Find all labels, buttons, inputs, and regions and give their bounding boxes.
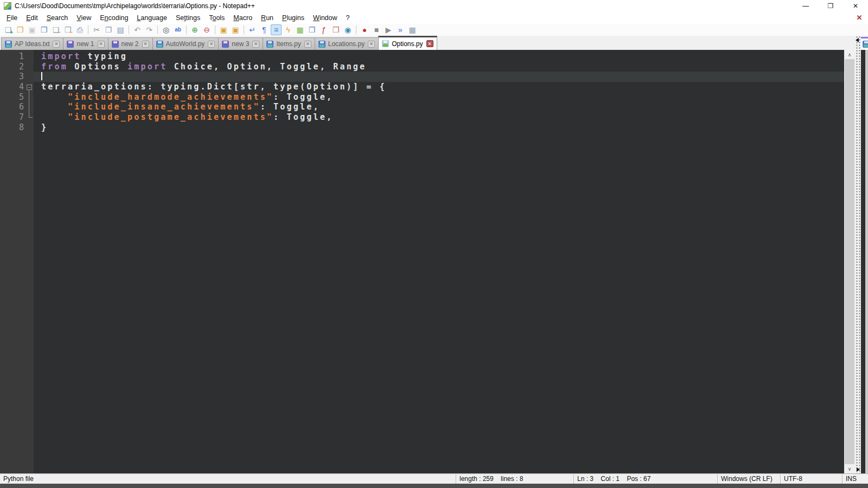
code-editor[interactable]: 1import typing2from Options import Choic… — [0, 50, 844, 473]
close-all-button[interactable]: ❒− — [62, 24, 73, 35]
code-line[interactable]: 5 "include_hardmode_achievements": Toggl… — [0, 92, 844, 102]
menu-item-search[interactable]: Search — [42, 12, 73, 23]
splitter-collapse-right-icon[interactable] — [857, 467, 860, 472]
print-icon: ⎙ — [76, 26, 82, 34]
monitoring-icon: ◉ — [344, 26, 351, 34]
scroll-down-icon[interactable]: ∨ — [844, 464, 855, 473]
code-line-text[interactable]: import typing — [34, 52, 844, 62]
code-line[interactable]: 2from Options import Choice, Option, Tog… — [0, 62, 844, 72]
menu-item-window[interactable]: Window — [309, 12, 341, 23]
save-button[interactable]: ▣ — [27, 24, 37, 35]
zoom-out-button[interactable]: ⊖ — [201, 24, 212, 35]
zoom-in-button[interactable]: ⊕ — [189, 24, 200, 35]
tab-close-icon[interactable]: ✕ — [142, 41, 149, 48]
function-list-button[interactable]: ƒ — [318, 24, 329, 35]
tab-close-icon[interactable]: ✕ — [208, 41, 215, 48]
macro-save-button[interactable]: ▦ — [407, 24, 418, 35]
copy-button[interactable]: ❐ — [103, 24, 114, 35]
code-line[interactable]: 8} — [0, 123, 844, 133]
view-splitter[interactable] — [855, 36, 861, 473]
restore-button[interactable]: ❐ — [818, 0, 843, 12]
tab-new-1[interactable]: new 1✕ — [63, 37, 108, 50]
macro-record-button[interactable]: ● — [359, 24, 370, 35]
menu-item-file[interactable]: File — [2, 12, 22, 23]
new-file-button[interactable]: ❏+ — [3, 24, 14, 35]
menu-item-encoding[interactable]: Encoding — [95, 12, 132, 23]
secondary-view-scrollbar-fragment[interactable] — [865, 50, 868, 473]
secondary-view-tab-fragment[interactable] — [861, 37, 868, 50]
scrollbar-thumb[interactable] — [845, 59, 854, 464]
menu-item-[interactable]: ? — [342, 12, 354, 23]
menu-item-macro[interactable]: Macro — [229, 12, 257, 23]
secondary-view-editor-fragment[interactable] — [861, 50, 865, 473]
tab-new-2[interactable]: new 2✕ — [108, 37, 153, 50]
code-line[interactable]: 1import typing — [0, 52, 844, 62]
tab-close-icon[interactable]: ✕ — [98, 41, 105, 48]
floppy-icon — [67, 41, 74, 48]
code-line-text[interactable]: terraria_options: typing.Dict[str, type(… — [34, 82, 844, 92]
find-button[interactable]: ◎ — [161, 24, 171, 35]
tab-close-icon[interactable]: ✕ — [252, 41, 259, 48]
code-line-text[interactable]: from Options import Choice, Option, Togg… — [34, 62, 844, 72]
macro-stop-button[interactable]: ■ — [371, 24, 382, 35]
splitter-collapse-left-icon[interactable] — [856, 38, 859, 42]
menu-item-view[interactable]: View — [72, 12, 95, 23]
monitoring-button[interactable]: ◉ — [342, 24, 353, 35]
close-button[interactable]: ✕ — [843, 0, 868, 12]
tab-options-py[interactable]: Options.py✕ — [378, 36, 437, 50]
tab-locations-py[interactable]: Locations.py✕ — [315, 37, 379, 50]
show-all-characters-button[interactable]: ¶ — [259, 24, 270, 35]
code-line[interactable]: 7 "include_postgame_achievements": Toggl… — [0, 112, 844, 123]
style-configurator-button[interactable]: ϟ — [283, 24, 293, 35]
indent-guide-button[interactable]: ≡ — [271, 24, 282, 35]
print-button[interactable]: ⎙ — [74, 24, 85, 35]
menu-item-settings[interactable]: Settings — [171, 12, 205, 23]
code-line-text[interactable]: "include_insane_achievements": Toggle, — [34, 102, 844, 112]
minimize-button[interactable]: — — [793, 0, 818, 12]
folder-as-workspace-button[interactable]: ❒ — [330, 24, 341, 35]
vertical-scrollbar[interactable]: ∧ ∨ — [844, 50, 855, 473]
code-line[interactable]: 4terraria_options: typing.Dict[str, type… — [0, 82, 844, 92]
line-number: 2 — [0, 62, 34, 72]
close-button[interactable]: ❏− — [50, 24, 61, 35]
tab-close-icon[interactable]: ✕ — [368, 41, 375, 48]
code-line[interactable]: 6 "include_insane_achievements": Toggle, — [0, 102, 844, 112]
tab-close-icon[interactable]: ✕ — [304, 41, 311, 48]
undo-button[interactable]: ↶ — [132, 24, 143, 35]
sync-vertical-scroll-button[interactable]: ▣ — [218, 24, 229, 35]
code-line-text[interactable]: "include_postgame_achievements": Toggle, — [34, 112, 844, 123]
menu-item-tools[interactable]: Tools — [205, 12, 229, 23]
save-all-button[interactable]: ❒ — [39, 24, 49, 35]
redo-button[interactable]: ↷ — [144, 24, 155, 35]
scroll-up-icon[interactable]: ∧ — [844, 50, 855, 59]
tab-new-3[interactable]: new 3✕ — [218, 37, 263, 50]
doc-switcher-button[interactable]: ❐ — [307, 24, 317, 35]
menu-item-edit[interactable]: Edit — [22, 12, 42, 23]
code-line-text[interactable]: "include_hardmode_achievements": Toggle, — [34, 92, 844, 102]
macro-run-multiple-button[interactable]: » — [395, 24, 406, 35]
toolbar-separator — [244, 25, 244, 34]
fold-collapse-icon[interactable] — [27, 85, 32, 90]
code-line-text[interactable] — [34, 72, 844, 82]
tab-autoworld-py[interactable]: AutoWorld.py✕ — [152, 37, 219, 50]
doc-switcher-icon: ❐ — [309, 26, 316, 34]
cut-button[interactable]: ✂ — [91, 24, 102, 35]
tab-close-icon[interactable]: ✕ — [426, 40, 433, 47]
tab-items-py[interactable]: Items.py✕ — [263, 37, 315, 50]
code-segment: typing — [81, 52, 127, 61]
code-line-text[interactable]: } — [34, 123, 844, 133]
word-wrap-button[interactable]: ↵ — [247, 24, 258, 35]
menu-item-plugins[interactable]: Plugins — [278, 12, 309, 23]
tab-close-icon[interactable]: ✕ — [53, 41, 60, 48]
close-document-icon[interactable]: ✕ — [855, 14, 864, 22]
tab-ap-ideas-txt[interactable]: AP Ideas.txt✕ — [1, 37, 63, 50]
open-button[interactable]: ❒ — [15, 24, 25, 35]
menu-item-run[interactable]: Run — [257, 12, 278, 23]
code-line[interactable]: 3 — [0, 72, 844, 82]
menu-item-language[interactable]: Language — [132, 12, 171, 23]
macro-play-button[interactable]: ▶ — [383, 24, 394, 35]
replace-button[interactable]: ab — [173, 24, 183, 35]
document-map-button[interactable]: ▦ — [295, 24, 305, 35]
sync-horizontal-scroll-button[interactable]: ▣ — [230, 24, 241, 35]
paste-button[interactable]: ▤ — [115, 24, 126, 35]
